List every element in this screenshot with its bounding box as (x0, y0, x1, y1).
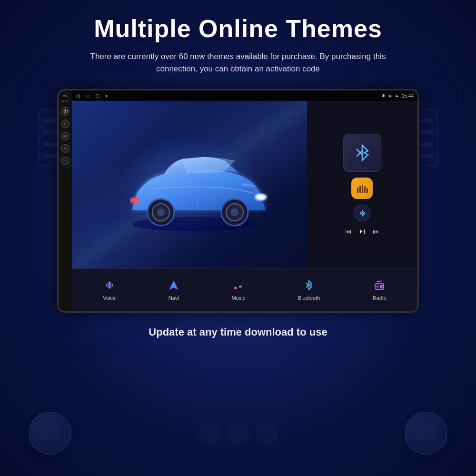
bluetooth-card-icon (352, 142, 373, 163)
bluetooth-status-icon: ✱ (382, 93, 386, 98)
status-bar: ◁ ○ □ ▪ ✱ ◈ ▲ 15:44 (72, 90, 417, 101)
svg-point-2 (257, 195, 265, 199)
svg-point-9 (157, 208, 165, 216)
power-button[interactable]: ⏻ (61, 107, 69, 116)
equalizer-icon (357, 184, 368, 193)
nav-item-radio[interactable]: Radio (367, 277, 392, 304)
rst-label: RST (62, 100, 68, 103)
play-pause-button[interactable]: ⏯ (358, 227, 366, 236)
music-app-button[interactable] (351, 178, 373, 199)
svg-point-24 (381, 286, 382, 287)
svg-marker-20 (169, 281, 178, 289)
nav-item-voice[interactable]: Voice (97, 277, 121, 304)
status-right: ✱ ◈ ▲ 15:44 (382, 93, 414, 99)
bluetooth-nav-label: Bluetooth (298, 295, 320, 301)
media-controls: ⏮ ⏯ ⏭ (345, 227, 379, 236)
svg-rect-14 (367, 188, 368, 193)
svg-rect-13 (364, 186, 366, 193)
screen: ◁ ○ □ ▪ ✱ ◈ ▲ 15:44 (72, 90, 417, 311)
mic-label: MIC (63, 94, 68, 97)
menu-nav-button[interactable]: ▪ (106, 93, 108, 99)
svg-rect-12 (362, 185, 363, 193)
svg-rect-11 (359, 186, 361, 193)
bluetooth-nav-icon (304, 280, 314, 293)
bottom-text: Update at any time download to use (149, 326, 327, 338)
nav-item-navi[interactable]: Navi (163, 277, 185, 304)
side-buttons-panel: MIC RST ⏻ ⌂ ↩ + - (59, 90, 72, 311)
music-icon (233, 280, 244, 293)
svg-point-6 (231, 208, 238, 216)
svg-rect-19 (112, 284, 113, 287)
svg-point-3 (130, 198, 139, 203)
bluetooth-small-icon[interactable] (354, 205, 370, 221)
svg-rect-10 (357, 188, 358, 193)
music-label: Music (231, 295, 245, 301)
svg-rect-16 (108, 282, 109, 288)
home-side-button[interactable]: ⌂ (61, 119, 69, 128)
svg-rect-22 (376, 285, 379, 288)
radio-label: Radio (373, 295, 387, 301)
clock: 15:44 (402, 93, 414, 99)
back-side-button[interactable]: ↩ (61, 132, 69, 140)
main-content: Multiple Online Themes There are current… (0, 0, 476, 476)
nav-buttons: ◁ ○ □ ▪ (76, 93, 108, 99)
location-status-icon: ◈ (388, 93, 392, 98)
page-subtitle: There are currently over 60 new themes a… (71, 50, 405, 75)
radio-icon (374, 280, 385, 293)
wifi-status-icon: ▲ (395, 93, 399, 98)
navi-label: Navi (169, 295, 179, 301)
voice-icon (104, 280, 115, 293)
svg-rect-17 (109, 281, 110, 289)
nav-item-music[interactable]: Music (226, 277, 251, 304)
voice-label: Voice (103, 295, 116, 301)
vol-up-button[interactable]: + (61, 144, 69, 153)
svg-rect-18 (110, 282, 111, 288)
car-graphic-area (72, 101, 307, 268)
bottom-navigation: Voice Navi Music (72, 268, 417, 311)
navi-icon (169, 280, 179, 293)
home-nav-button[interactable]: ○ (86, 93, 89, 99)
vol-down-button[interactable]: - (61, 157, 69, 165)
nav-item-bluetooth[interactable]: Bluetooth (292, 277, 326, 304)
bluetooth-small-svg (358, 209, 366, 217)
device-mockup: MIC RST ⏻ ⌂ ↩ + - ◁ ○ □ ▪ ✱ ◈ ▲ (57, 89, 419, 313)
svg-rect-15 (106, 284, 107, 287)
bluetooth-card[interactable] (343, 134, 381, 172)
recents-nav-button[interactable]: □ (96, 93, 99, 99)
car-illustration (113, 141, 275, 236)
back-nav-button[interactable]: ◁ (76, 93, 79, 99)
car-svg-container (81, 108, 307, 268)
right-panel: ⏮ ⏯ ⏭ (307, 101, 417, 268)
prev-button[interactable]: ⏮ (345, 228, 352, 235)
page-title: Multiple Online Themes (94, 14, 382, 43)
next-button[interactable]: ⏭ (373, 228, 379, 235)
